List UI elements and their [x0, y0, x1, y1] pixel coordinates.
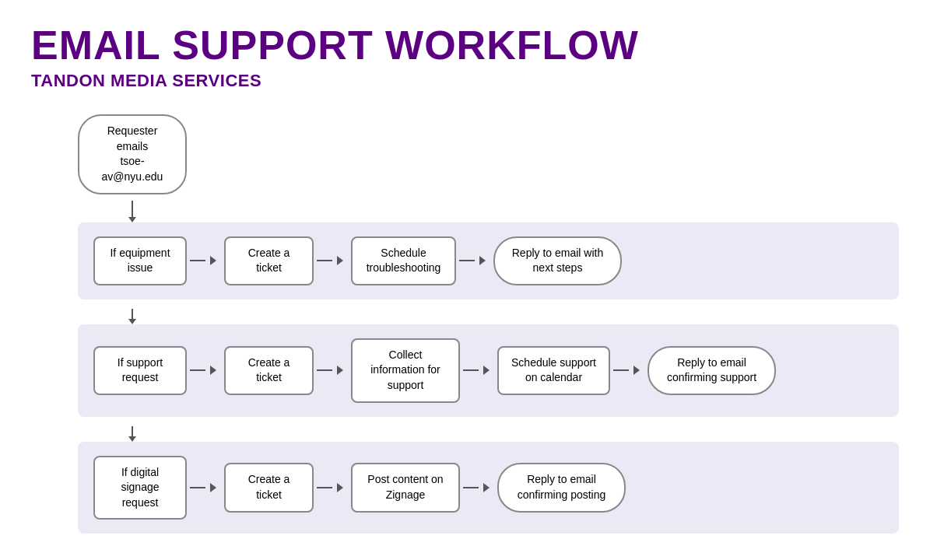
node-ticket-equipment: Create a ticket	[224, 236, 314, 285]
arrow-5	[317, 366, 348, 375]
start-node-box: Requester emailstsoe-av@nyu.edu	[78, 114, 187, 194]
lane-equipment: If equipmentissue Create a ticket Schedu…	[78, 222, 899, 299]
arrow-10	[463, 483, 494, 492]
arrow-7	[613, 366, 644, 375]
node-if-equipment: If equipmentissue	[93, 236, 187, 285]
page-title: EMAIL SUPPORT WORKFLOW	[31, 23, 899, 68]
arrow-9	[317, 483, 348, 492]
node-if-signage: If digital signagerequest	[93, 456, 187, 520]
workflow-container: Requester emailstsoe-av@nyu.edu If equip…	[31, 114, 899, 543]
start-node: Requester emailstsoe-av@nyu.edu	[78, 114, 899, 194]
node-reply-signage: Reply to emailconfirming posting	[497, 463, 626, 512]
arrow-4	[190, 366, 221, 375]
arrow-2	[317, 256, 348, 265]
node-if-support: If supportrequest	[93, 346, 187, 395]
node-reply-support: Reply to emailconfirming support	[647, 346, 776, 395]
node-post-signage: Post content onZignage	[351, 463, 460, 512]
node-schedule-troubleshooting: Scheduletroubleshooting	[351, 236, 456, 285]
node-schedule-support: Schedule supporton calendar	[497, 346, 610, 395]
arrow-3	[459, 256, 490, 265]
node-ticket-support: Create a ticket	[224, 346, 314, 395]
node-reply-equipment: Reply to email withnext steps	[493, 236, 622, 285]
arrow-6	[463, 366, 494, 375]
arrow-1	[190, 256, 221, 265]
page-subtitle: TANDON MEDIA SERVICES	[31, 71, 899, 91]
node-collect-support: Collectinformation forsupport	[351, 338, 460, 403]
arrow-8	[190, 483, 221, 492]
lane-signage: If digital signagerequest Create a ticke…	[78, 442, 899, 534]
node-ticket-signage: Create a ticket	[224, 463, 314, 512]
lane-support: If supportrequest Create a ticket Collec…	[78, 324, 899, 417]
